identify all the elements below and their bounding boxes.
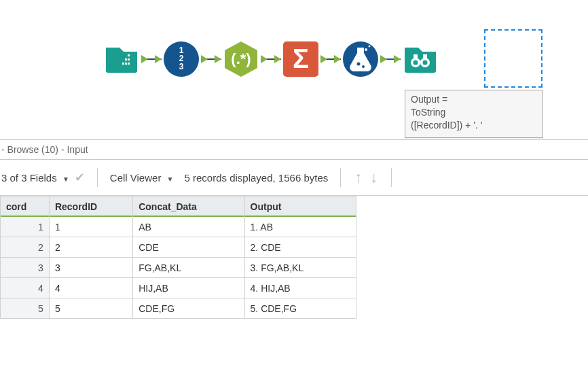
svg-point-21 [414,61,418,65]
svg-rect-24 [414,54,418,59]
tool-regex[interactable]: (.*) [221,39,261,79]
cell-recordid[interactable]: 4 [49,278,132,298]
workflow-chain: 1 2 3 (.*) Σ [102,39,440,79]
tool-record-id[interactable]: 1 2 3 [162,39,201,79]
table-row[interactable]: 2 2 CDE 2. CDE [1,237,356,258]
cell-output[interactable]: 1. AB [244,217,356,237]
svg-point-15 [357,63,361,66]
browse-icon [401,39,440,79]
svg-text:(.*): (.*) [231,50,251,67]
svg-rect-4 [125,63,127,65]
tool-formula[interactable] [341,39,380,79]
anchor-in[interactable] [394,55,401,63]
svg-point-17 [365,48,367,51]
record-id-icon: 1 2 3 [162,39,201,79]
svg-text:Σ: Σ [293,44,309,73]
svg-rect-25 [423,54,427,59]
col-header-recordid[interactable]: RecordID [49,196,132,217]
cell-recordid[interactable]: 2 [49,237,132,258]
fields-dropdown[interactable]: 3 of 3 Fields ▼ [1,172,69,184]
svg-rect-1 [125,58,127,61]
fields-label: 3 of 3 Fields [1,172,57,184]
anchor-in[interactable] [334,55,341,63]
anchor-in[interactable] [215,55,221,63]
records-status: 5 records displayed, 1566 bytes [184,172,328,184]
svg-point-18 [369,46,371,48]
cell-viewer-label: Cell Viewer [110,172,162,184]
table-row[interactable]: 4 4 HIJ,AB 4. HIJ,AB [1,278,356,298]
cell-concat[interactable]: CDE,FG [133,298,244,319]
cell-output[interactable]: 5. CDE,FG [244,298,356,319]
cell-recordid[interactable]: 1 [49,217,132,237]
col-header-output[interactable]: Output [244,196,356,217]
formula-tooltip: Output = ToString ([RecordID]) + '. ' [405,90,543,138]
cell-rownum: 3 [1,258,50,278]
cell-viewer-dropdown[interactable]: Cell Viewer ▼ [110,172,174,184]
cell-rownum: 1 [1,217,50,237]
results-panel-title: - Browse (10) - Input [0,139,588,160]
cell-recordid[interactable]: 3 [49,258,132,278]
cell-output[interactable]: 3. FG,AB,KL [244,258,356,278]
anchor-out[interactable] [261,55,268,63]
apply-check-icon[interactable]: ✔ [75,170,85,185]
results-toolbar: 3 of 3 Fields ▼ ✔ Cell Viewer ▼ 5 record… [0,160,588,195]
cell-rownum: 5 [1,298,50,319]
svg-rect-5 [128,63,130,65]
svg-point-22 [423,61,428,65]
tooltip-line: Output = [411,93,537,106]
chevron-down-icon: ▼ [62,175,69,183]
cell-concat[interactable]: FG,AB,KL [133,258,244,278]
table-header-row: cord RecordID Concat_Data Output [1,196,356,217]
anchor-in[interactable] [274,55,281,63]
results-table: cord RecordID Concat_Data Output 1 1 AB … [0,196,356,319]
anchor-in[interactable] [155,55,162,63]
cell-concat[interactable]: AB [133,217,244,237]
cell-rownum: 2 [1,237,50,258]
tool-browse[interactable] [401,39,440,79]
anchor-out[interactable] [380,55,387,63]
table-row[interactable]: 1 1 AB 1. AB [1,217,356,237]
svg-rect-0 [128,54,130,56]
tool-summarize[interactable]: Σ [281,39,320,79]
cell-rownum: 4 [1,278,50,298]
anchor-out[interactable] [201,55,208,63]
cell-output[interactable]: 4. HIJ,AB [244,278,356,298]
separator [340,168,341,187]
input-data-icon [102,39,141,79]
svg-text:3: 3 [179,62,184,71]
formula-icon [341,39,380,79]
cell-recordid[interactable]: 5 [49,298,132,319]
chevron-down-icon: ▼ [167,175,174,183]
cell-concat[interactable]: HIJ,AB [133,278,244,298]
tooltip-line: ToString [411,106,537,119]
separator [97,168,98,187]
summarize-icon: Σ [281,39,320,79]
table-row[interactable]: 5 5 CDE,FG 5. CDE,FG [1,298,356,319]
anchor-out[interactable] [141,55,148,63]
tool-input-data[interactable] [102,39,141,79]
svg-rect-3 [122,63,124,65]
anchor-out[interactable] [320,55,327,63]
tooltip-line: ([RecordID]) + '. ' [411,119,537,132]
svg-rect-2 [128,58,130,61]
table-row[interactable]: 3 3 FG,AB,KL 3. FG,AB,KL [1,258,356,278]
workflow-canvas[interactable]: 1 2 3 (.*) Σ [0,0,588,139]
arrow-down-icon[interactable]: ↓ [369,169,379,186]
col-header-rownum[interactable]: cord [1,196,50,217]
cell-concat[interactable]: CDE [133,237,244,258]
results-table-wrap: cord RecordID Concat_Data Output 1 1 AB … [0,195,588,319]
svg-rect-23 [418,61,422,63]
col-header-concat[interactable]: Concat_Data [133,196,244,217]
svg-point-16 [362,65,365,68]
panel-title-text: - Browse (10) - Input [1,144,88,155]
selection-marquee [484,29,543,88]
regex-icon: (.*) [221,39,261,79]
arrow-up-icon[interactable]: ↑ [353,169,363,186]
separator [391,168,392,187]
cell-output[interactable]: 2. CDE [244,237,356,258]
